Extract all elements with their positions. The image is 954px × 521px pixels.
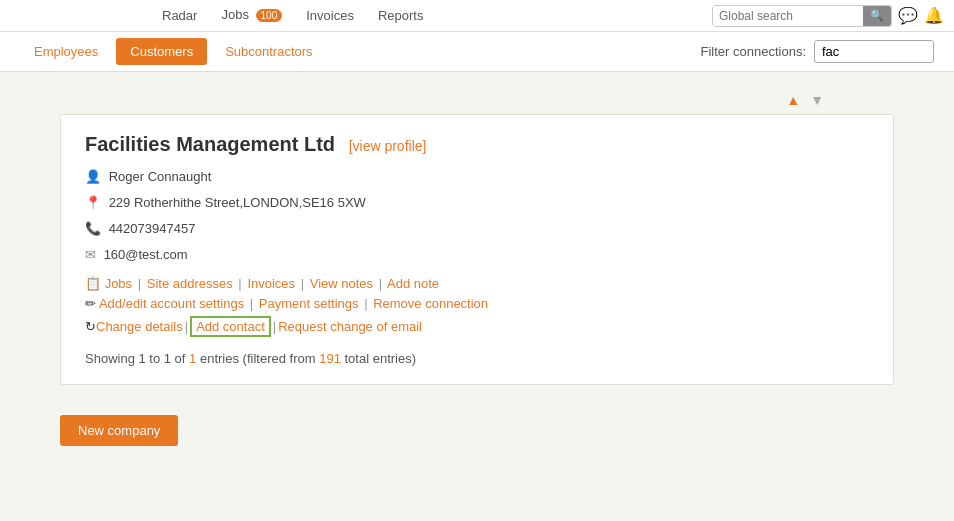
links-row: 📋 Jobs | Site addresses | Invoices | Vie… <box>85 276 869 291</box>
refresh-icon: ↻ <box>85 319 96 334</box>
view-profile-link[interactable]: [view profile] <box>349 138 427 154</box>
add-note-link[interactable]: Add note <box>387 276 439 291</box>
top-nav-links: Radar Jobs 100 Invoices Reports <box>150 0 435 32</box>
request-change-of-email-link[interactable]: Request change of email <box>278 319 422 334</box>
add-edit-account-settings-link[interactable]: Add/edit account settings <box>99 296 244 311</box>
change-row: ↻ Change details | Add contact | Request… <box>85 316 869 337</box>
main-content: ▲ ▼ Facilities Management Ltd [view prof… <box>0 72 954 466</box>
sub-nav-tabs: Employees Customers Subcontractors <box>20 38 327 65</box>
payment-settings-link[interactable]: Payment settings <box>259 296 359 311</box>
remove-connection-link[interactable]: Remove connection <box>373 296 488 311</box>
entries-info: Showing 1 to 1 of 1 entries (filtered fr… <box>85 351 869 366</box>
nav-invoices[interactable]: Invoices <box>294 0 366 32</box>
company-name-heading: Facilities Management Ltd [view profile] <box>85 133 869 156</box>
top-nav-right: 🔍 💬 🔔 <box>712 5 944 27</box>
view-notes-link[interactable]: View notes <box>310 276 373 291</box>
filter-connections-label: Filter connections: <box>701 44 807 59</box>
contact-phone: 📞 442073947457 <box>85 218 869 240</box>
jobs-icon: 📋 <box>85 276 101 291</box>
jobs-link[interactable]: Jobs <box>105 276 132 291</box>
global-search-input[interactable] <box>713 6 863 26</box>
person-icon: 👤 <box>85 169 101 184</box>
tab-employees[interactable]: Employees <box>20 38 112 65</box>
add-contact-link[interactable]: Add contact <box>190 316 271 337</box>
sort-down-arrow[interactable]: ▼ <box>810 92 824 108</box>
location-icon: 📍 <box>85 195 101 210</box>
edit-icon: ✏ <box>85 296 96 311</box>
contact-person: 👤 Roger Connaught <box>85 166 869 188</box>
email-icon: ✉ <box>85 247 96 262</box>
top-nav: Radar Jobs 100 Invoices Reports 🔍 💬 🔔 <box>0 0 954 32</box>
tab-customers[interactable]: Customers <box>116 38 207 65</box>
nav-jobs[interactable]: Jobs 100 <box>209 0 294 32</box>
filter-connections-input[interactable] <box>814 40 934 63</box>
filter-connections-area: Filter connections: <box>701 40 935 63</box>
sort-area: ▲ ▼ <box>60 92 894 108</box>
new-company-button[interactable]: New company <box>60 415 178 446</box>
invoices-link[interactable]: Invoices <box>247 276 295 291</box>
change-details-link[interactable]: Change details <box>96 319 183 334</box>
chat-icon-button[interactable]: 💬 <box>898 8 918 24</box>
tab-subcontractors[interactable]: Subcontractors <box>211 38 326 65</box>
contact-address: 📍 229 Rotherhithe Street,LONDON,SE16 5XW <box>85 192 869 214</box>
notification-bell-button[interactable]: 🔔 <box>924 8 944 24</box>
global-search-button[interactable]: 🔍 <box>863 6 891 26</box>
global-search-box: 🔍 <box>712 5 892 27</box>
nav-radar[interactable]: Radar <box>150 0 209 32</box>
sort-up-arrow[interactable]: ▲ <box>786 92 800 108</box>
contact-email: ✉ 160@test.com <box>85 244 869 266</box>
new-company-area: New company <box>60 415 894 446</box>
phone-icon: 📞 <box>85 221 101 236</box>
action-row: ✏ Add/edit account settings | Payment se… <box>85 296 869 311</box>
nav-reports[interactable]: Reports <box>366 0 436 32</box>
jobs-badge: 100 <box>256 9 283 22</box>
company-card: Facilities Management Ltd [view profile]… <box>60 114 894 385</box>
sub-nav: Employees Customers Subcontractors Filte… <box>0 32 954 72</box>
site-addresses-link[interactable]: Site addresses <box>147 276 233 291</box>
